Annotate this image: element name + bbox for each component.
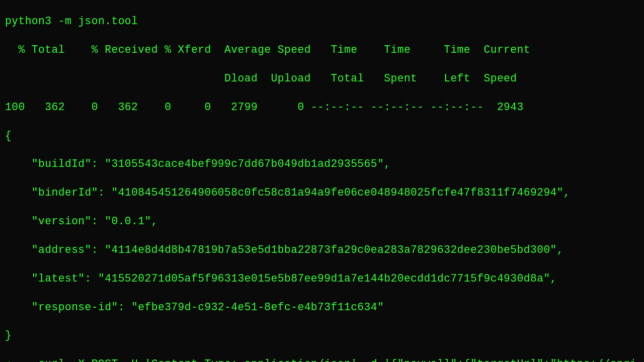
curl-stats-1: 100 362 0 362 0 0 2799 0 --:--:-- --:--:… xyxy=(5,100,639,114)
json-close-1: } xyxy=(5,328,639,342)
json-latest: "latest": "415520271d05af5f96313e015e5b8… xyxy=(5,272,639,286)
json-address: "address": "4114e8d4d8b47819b7a53e5d1bba… xyxy=(5,243,639,257)
json-response-id-1: "response-id": "efbe379d-c932-4e51-8efc-… xyxy=(5,300,639,314)
json-open-1: { xyxy=(5,129,639,143)
prompt-arrow-icon: ➜ xyxy=(5,358,12,362)
cmd-tail-line: python3 -m json.tool xyxy=(5,14,639,28)
prompt-line-2: ➜ ~ curl -X POST -H 'Content-Type: appli… xyxy=(5,357,639,362)
json-binderId: "binderId": "410845451264906058c0fc58c81… xyxy=(5,186,639,200)
curl-header-2: Dload Upload Total Spent Left Speed xyxy=(5,71,639,85)
prompt-tilde: ~ xyxy=(25,358,32,362)
curl-header-1: % Total % Received % Xferd Average Speed… xyxy=(5,43,639,57)
terminal-output[interactable]: python3 -m json.tool % Total % Received … xyxy=(0,0,644,362)
curl-command-2: curl -X POST -H 'Content-Type: applicati… xyxy=(5,358,636,362)
json-version: "version": "0.0.1", xyxy=(5,214,639,228)
json-buildId: "buildId": "3105543cace4bef999c7dd67b049… xyxy=(5,157,639,171)
